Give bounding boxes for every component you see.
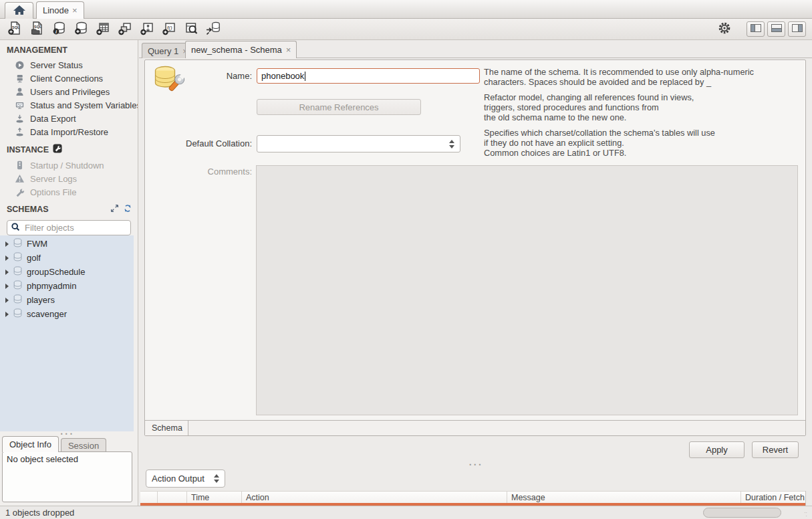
object-info-text: No object selected <box>7 454 78 464</box>
sidebar-item-options-file[interactable]: Options File <box>0 185 138 199</box>
revert-button[interactable]: Revert <box>752 441 799 458</box>
column-action[interactable]: Action <box>242 492 507 503</box>
output-splitter[interactable]: ▪ ▪ ▪ <box>139 461 812 467</box>
action-output-header: Time Action Message Duration / Fetch <box>140 491 805 503</box>
instance-section-title: INSTANCE <box>0 138 138 159</box>
sidebar-item-users-privileges[interactable]: Users and Privileges <box>0 85 138 98</box>
output-vertical-scrollbar[interactable] <box>805 491 812 506</box>
refresh-schemas-icon[interactable] <box>123 204 132 215</box>
database-icon <box>13 266 22 278</box>
sidebar-item-server-logs[interactable]: Server Logs <box>0 172 138 185</box>
rename-help-text: Refactor model, changing all references … <box>484 92 795 122</box>
schema-tree-item-players[interactable]: players <box>0 293 134 307</box>
search-data-button[interactable] <box>180 20 202 39</box>
instance-wrench-icon <box>53 144 62 155</box>
sidebar-item-client-connections[interactable]: Client Connections <box>0 72 138 85</box>
toggle-bottom-panel-button[interactable] <box>767 21 785 37</box>
toggle-right-sidebar-button[interactable] <box>788 21 806 37</box>
server-status-icon <box>14 60 25 70</box>
monitor-icon <box>14 100 25 110</box>
close-icon[interactable]: × <box>72 6 78 15</box>
sidebar-item-server-status[interactable]: Server Status <box>0 58 138 72</box>
connection-tab[interactable]: Linode × <box>36 1 84 19</box>
new-sql-tab-button[interactable]: SQL <box>3 20 25 39</box>
svg-text:SQL: SQL <box>12 25 20 29</box>
tab-object-info[interactable]: Object Info <box>2 436 59 452</box>
schema-name-input[interactable]: phonebook <box>257 68 480 84</box>
navigator-sidebar: MANAGEMENT Server Status Client Connecti… <box>0 40 138 506</box>
create-schema-button[interactable] <box>70 20 92 39</box>
svg-text:SQL: SQL <box>34 25 42 29</box>
schema-tree-item-phpmyadmin[interactable]: phpmyadmin <box>0 279 134 293</box>
column-status[interactable] <box>140 492 158 503</box>
search-data-icon <box>184 21 198 37</box>
database-icon <box>13 252 22 264</box>
svg-text:f(): f() <box>167 25 172 31</box>
create-view-button[interactable] <box>114 20 136 39</box>
main-area: Query 1 × new_schema - Schema × <box>139 40 812 506</box>
tab-session[interactable]: Session <box>61 438 106 452</box>
expander-icon[interactable] <box>5 241 9 247</box>
schema-tree-item-groupschedule[interactable]: groupSchedule <box>0 265 134 279</box>
editor-bottom-tabstrip: Schema <box>145 420 805 435</box>
wrench-icon <box>14 187 25 197</box>
open-sql-script-button[interactable]: SQL <box>25 20 47 39</box>
toggle-bottom-panel-icon <box>771 24 782 34</box>
expander-icon[interactable] <box>5 284 9 289</box>
schema-tree-item-golf[interactable]: golf <box>0 251 134 265</box>
home-icon <box>13 5 26 17</box>
database-icon <box>13 238 22 249</box>
sidebar-item-status-system-variables[interactable]: Status and System Variables <box>0 98 138 112</box>
search-icon <box>11 222 21 234</box>
sidebar-item-startup-shutdown[interactable]: Startup / Shutdown <box>0 159 138 172</box>
management-section-title: MANAGEMENT <box>0 40 138 58</box>
tab-schema[interactable]: Schema <box>145 421 188 435</box>
expander-icon[interactable] <box>5 312 9 317</box>
create-stored-procedure-icon <box>140 21 154 37</box>
comments-label: Comments: <box>145 167 252 177</box>
preferences-button[interactable] <box>714 21 734 38</box>
apply-button[interactable]: Apply <box>689 441 745 458</box>
create-stored-procedure-button[interactable] <box>136 20 158 39</box>
new-sql-tab-icon: SQL <box>7 21 22 37</box>
sidebar-item-data-export[interactable]: Data Export <box>0 112 138 125</box>
action-output-selector[interactable]: Action Output <box>146 470 225 488</box>
expander-icon[interactable] <box>5 255 9 261</box>
expander-icon[interactable] <box>5 298 9 303</box>
schema-filter-input[interactable] <box>25 223 142 233</box>
resize-grip[interactable]: ∙∙ ∙ <box>804 511 811 518</box>
expander-icon[interactable] <box>5 270 9 275</box>
startup-shutdown-icon <box>14 160 25 171</box>
reconnect-database-icon <box>205 21 221 37</box>
rename-references-button[interactable]: Rename References <box>257 99 421 115</box>
schema-inspector-icon: i <box>51 21 66 37</box>
connection-tab-label: Linode <box>43 5 69 15</box>
schema-inspector-button[interactable]: i <box>47 20 70 39</box>
comments-textarea[interactable] <box>256 165 798 415</box>
schema-tree-item-fwm[interactable]: FWM <box>0 237 134 251</box>
column-message[interactable]: Message <box>507 492 741 503</box>
home-tab[interactable] <box>5 2 33 19</box>
warning-icon <box>14 173 25 184</box>
reconnect-database-button[interactable] <box>202 20 224 39</box>
column-time[interactable]: Time <box>187 492 242 503</box>
user-icon <box>14 86 25 97</box>
name-label: Name: <box>145 71 252 81</box>
create-function-button[interactable]: f() <box>158 20 180 39</box>
statusbar-text: 1 objects dropped <box>5 508 74 518</box>
close-icon[interactable]: × <box>286 45 291 54</box>
collation-label: Default Collation: <box>145 138 252 148</box>
column-index[interactable] <box>158 492 187 503</box>
sidebar-splitter[interactable]: ▪ ▪ ▪ <box>0 431 134 436</box>
horizontal-scrollbar-thumb[interactable] <box>703 508 781 518</box>
tab-new-schema[interactable]: new_schema - Schema × <box>185 41 297 58</box>
schema-tree-item-scavenger[interactable]: scavenger <box>0 307 134 321</box>
sidebar-bottom-tabs: Object Info Session <box>2 436 106 452</box>
create-table-button[interactable] <box>92 20 114 39</box>
sidebar-item-data-import[interactable]: Data Import/Restore <box>0 125 138 138</box>
toggle-left-sidebar-button[interactable] <box>747 21 765 37</box>
data-export-icon <box>14 113 25 124</box>
column-duration[interactable]: Duration / Fetch <box>741 492 805 503</box>
expand-schemas-icon[interactable] <box>110 204 119 215</box>
default-collation-combobox[interactable] <box>257 135 460 152</box>
